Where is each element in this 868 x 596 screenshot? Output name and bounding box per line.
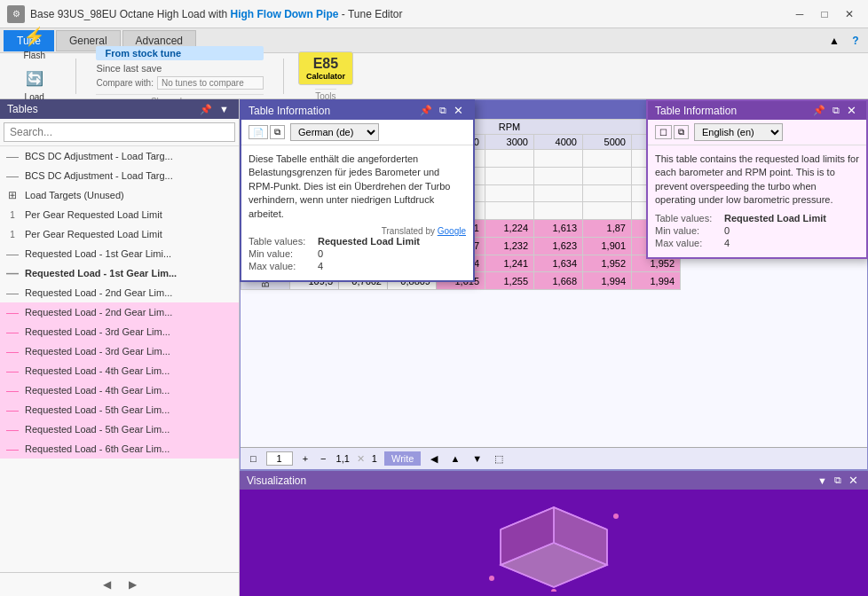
sidebar-item[interactable]: ⊞Load Targets (Unused) (0, 185, 239, 205)
maximize-button[interactable]: □ (813, 4, 836, 24)
english-info-float[interactable]: ⧉ (830, 104, 842, 117)
item-label: Load Targets (Unused) (25, 190, 124, 200)
data-cell[interactable]: 1,232 (485, 237, 534, 255)
from-stock-tune-option[interactable]: From stock tune (96, 46, 263, 60)
sidebar-bottom: ◀ ▶ (0, 572, 239, 596)
sidebar-item[interactable]: —Requested Load - 2nd Gear Lim... (0, 302, 239, 322)
data-cell[interactable]: 1,994 (632, 272, 681, 290)
minimize-button[interactable]: ─ (788, 4, 811, 24)
sidebar-item[interactable]: —Requested Load - 5th Gear Lim... (0, 420, 239, 439)
data-cell[interactable]: 1,994 (583, 272, 632, 290)
sidebar-item[interactable]: —Requested Load - 4th Gear Lim... (0, 380, 239, 400)
data-cell[interactable] (534, 150, 583, 168)
toolbar-arrow-down[interactable]: ▼ (470, 452, 485, 465)
max-value-row: Max value: 4 (249, 261, 466, 271)
sidebar-item[interactable]: —BCS DC Adjustment - Load Targ... (0, 166, 239, 185)
data-cell[interactable] (485, 167, 534, 184)
sidebar-item[interactable]: 1Per Gear Requested Load Limit (0, 224, 239, 244)
toolbar-arrow-up[interactable]: ▲ (447, 452, 462, 465)
german-doc-btn[interactable]: 📄 (249, 125, 268, 139)
german-info-pin[interactable]: 📌 (417, 104, 435, 117)
content-area: Requested Load Limits Baro Spe... 📌 ⧉ ✕ … (240, 99, 868, 596)
english-translate-btn[interactable]: ⧉ (674, 125, 689, 139)
item-icon: — (5, 383, 20, 397)
viz-pin[interactable]: ▼ (815, 474, 830, 487)
sidebar-item[interactable]: 1Per Gear Requested Load Limit (0, 205, 239, 224)
english-doc-btn[interactable]: ☐ (655, 125, 672, 139)
table-values-value: Requested Load Limit (318, 236, 420, 247)
sidebar-item[interactable]: —Requested Load - 4th Gear Lim... (0, 361, 239, 380)
sidebar-item[interactable]: —BCS DC Adjustment - Load Targ... (0, 146, 239, 166)
sidebar-item[interactable]: —Requested Load - 1st Gear Lim... (0, 263, 239, 283)
toolbar-expand-btn[interactable]: ⬚ (492, 452, 506, 466)
data-cell[interactable]: 1,224 (485, 220, 534, 238)
data-cell[interactable] (583, 167, 632, 184)
english-lang-select[interactable]: English (en) (694, 123, 783, 141)
data-cell[interactable]: 1,952 (583, 255, 632, 272)
compare-row: Compare with: (96, 76, 263, 90)
english-max-value: 4 (724, 238, 730, 248)
toolbar-plus-btn[interactable]: + (300, 452, 311, 465)
english-min-value: 0 (724, 225, 730, 236)
flash-button[interactable]: ⚡ Flash (17, 22, 52, 62)
sidebar-pin-button[interactable]: 📌 (197, 104, 215, 115)
sidebar-item[interactable]: —Requested Load - 1st Gear Limi... (0, 244, 239, 263)
sidebar-item[interactable]: —Requested Load - 3rd Gear Lim... (0, 341, 239, 361)
english-info-body: This table contains the requested load l… (648, 145, 866, 257)
sidebar-minimize-button[interactable]: ▼ (217, 104, 232, 115)
data-cell[interactable] (534, 202, 583, 220)
toolbar: ⚡ Flash 🔄 Load From ROM Actions From sto… (0, 53, 868, 99)
item-label: Requested Load - 1st Gear Limi... (25, 248, 171, 259)
google-link[interactable]: Google (438, 226, 466, 236)
data-cell[interactable] (485, 184, 534, 202)
toolbar-arrow-left[interactable]: ◀ (428, 452, 440, 466)
compare-input[interactable] (157, 76, 264, 90)
german-info-title: Table Information (249, 105, 330, 117)
sidebar-item[interactable]: —Requested Load - 3rd Gear Lim... (0, 322, 239, 341)
data-cell[interactable]: 1,668 (534, 272, 583, 290)
english-info-pin[interactable]: 📌 (810, 104, 828, 117)
sidebar-nav-left[interactable]: ◀ (98, 576, 116, 592)
data-cell[interactable] (534, 184, 583, 202)
since-last-save-option[interactable]: Since last save (96, 63, 263, 74)
help-button[interactable]: ? (847, 32, 864, 50)
data-cell[interactable]: 1,623 (534, 237, 583, 255)
data-cell[interactable]: 1,634 (534, 255, 583, 272)
close-button[interactable]: ✕ (838, 4, 861, 24)
english-table-values-row: Table values: Requested Load Limit (655, 213, 859, 224)
data-cell[interactable] (534, 167, 583, 184)
search-input[interactable] (4, 122, 235, 142)
german-info-float[interactable]: ⧉ (437, 104, 449, 117)
toolbar-select-btn[interactable]: □ (248, 452, 259, 465)
toolbar-val1: 1,1 (336, 453, 350, 464)
german-info-close[interactable]: ✕ (451, 104, 466, 117)
data-cell[interactable]: 1,241 (485, 255, 534, 272)
write-button[interactable]: Write (384, 451, 421, 466)
item-label: Requested Load - 3rd Gear Lim... (25, 346, 170, 357)
english-description: This table contains the requested load l… (655, 153, 859, 208)
viz-close[interactable]: ✕ (846, 474, 861, 487)
sidebar-item[interactable]: —Requested Load - 5th Gear Lim... (0, 400, 239, 420)
viz-panel-title: Visualization (247, 474, 306, 487)
data-cell[interactable] (583, 202, 632, 220)
data-cell[interactable] (485, 150, 534, 168)
toolbar-page-input[interactable] (266, 451, 293, 466)
e85-calculator-button[interactable]: E85 Calculator (298, 51, 353, 85)
toolbar-minus-btn[interactable]: − (318, 452, 328, 465)
data-cell[interactable]: 1,901 (583, 237, 632, 255)
sidebar-item[interactable]: —Requested Load - 6th Gear Lim... (0, 439, 239, 459)
tab-collapse-button[interactable]: ▲ (825, 32, 843, 50)
viz-float[interactable]: ⧉ (832, 474, 844, 487)
english-info-close[interactable]: ✕ (844, 104, 859, 117)
data-cell[interactable]: 1,255 (485, 272, 534, 290)
data-cell[interactable] (485, 202, 534, 220)
sidebar-nav-right[interactable]: ▶ (123, 576, 142, 592)
viz-panel-header: Visualization ▼ ⧉ ✕ (240, 471, 868, 490)
data-cell[interactable] (583, 150, 632, 168)
data-cell[interactable]: 1,613 (534, 220, 583, 238)
sidebar-item[interactable]: —Requested Load - 2nd Gear Lim... (0, 283, 239, 302)
data-cell[interactable]: 1,87 (583, 220, 632, 238)
german-translate-btn[interactable]: ⧉ (270, 125, 285, 139)
german-lang-select[interactable]: German (de) (290, 123, 379, 141)
data-cell[interactable] (583, 184, 632, 202)
